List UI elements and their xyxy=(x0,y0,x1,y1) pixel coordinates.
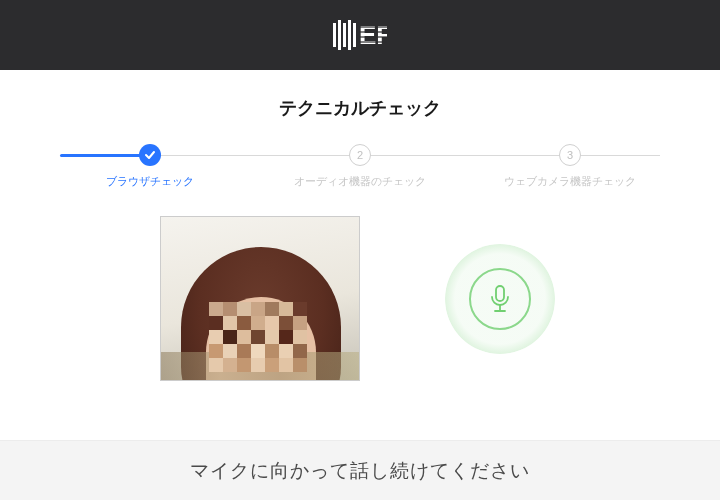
svg-rect-3 xyxy=(348,20,351,50)
brand-logo: EF xyxy=(333,20,387,50)
ef-logo-icon: EF xyxy=(333,20,387,50)
microphone-indicator[interactable] xyxy=(440,239,560,359)
step-label: ブラウザチェック xyxy=(80,174,220,189)
logo-text: EF xyxy=(359,20,387,50)
mic-pulse-ring xyxy=(445,244,555,354)
svg-rect-2 xyxy=(343,23,346,47)
page-title: テクニカルチェック xyxy=(0,96,720,120)
instruction-bar: マイクに向かって話し続けてください xyxy=(0,440,720,500)
face-pixelation xyxy=(209,302,307,372)
svg-rect-1 xyxy=(338,20,341,50)
step-audio-check: 2 オーディオ機器のチェック xyxy=(290,144,430,189)
step-circle-done xyxy=(139,144,161,166)
step-number: 2 xyxy=(357,149,363,161)
step-label: オーディオ機器のチェック xyxy=(290,174,430,189)
instruction-text: マイクに向かって話し続けてください xyxy=(190,458,530,484)
check-content xyxy=(0,216,720,381)
step-webcam-check: 3 ウェブカメラ機器チェック xyxy=(500,144,640,189)
step-number: 3 xyxy=(567,149,573,161)
step-circle-pending: 2 xyxy=(349,144,371,166)
step-label: ウェブカメラ機器チェック xyxy=(500,174,640,189)
app-header: EF xyxy=(0,0,720,70)
check-icon xyxy=(144,149,156,161)
webcam-preview xyxy=(160,216,360,381)
step-circle-pending: 3 xyxy=(559,144,581,166)
svg-rect-4 xyxy=(353,23,356,47)
step-browser-check: ブラウザチェック xyxy=(80,144,220,189)
progress-stepper: ブラウザチェック 2 オーディオ機器のチェック 3 ウェブカメラ機器チェック xyxy=(50,144,670,190)
svg-rect-0 xyxy=(333,23,336,47)
